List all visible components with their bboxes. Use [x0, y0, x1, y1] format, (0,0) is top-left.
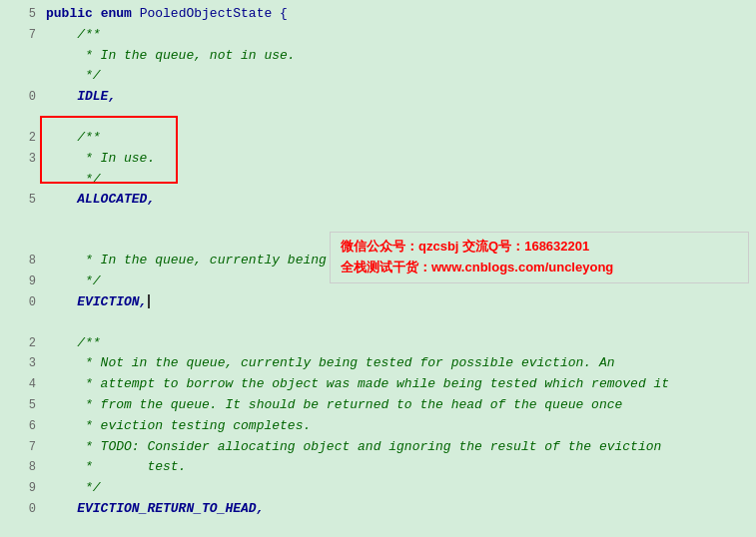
code-line: 0 IDLE,	[0, 87, 756, 108]
line-number: 8	[8, 458, 36, 477]
code-line	[0, 211, 756, 231]
code-content: IDLE,	[46, 87, 116, 108]
line-number: 7	[8, 438, 36, 457]
code-line: 7 * TODO: Consider allocating object and…	[0, 437, 756, 458]
code-content: ALLOCATED,	[46, 190, 155, 211]
code-line: 4 * attempt to borrow the object was mad…	[0, 374, 756, 395]
code-line: 0 EVICTION_RETURN_TO_HEAD,	[0, 499, 756, 520]
line-number: 5	[8, 396, 36, 415]
code-content: * attempt to borrow the object was made …	[46, 374, 669, 395]
code-line: 5 * from the queue. It should be returne…	[0, 395, 756, 416]
line-number: 9	[8, 479, 36, 498]
code-content: /**	[46, 25, 101, 46]
line-number: 6	[8, 417, 36, 436]
code-line: 2 /**	[0, 128, 756, 149]
code-content: /**	[46, 333, 101, 354]
code-editor: 5 public enum PooledObjectState { 7 /** …	[0, 0, 756, 537]
code-content: * In use.	[46, 149, 155, 170]
line-number: 9	[8, 272, 36, 291]
code-line: 3 * Not in the queue, currently being te…	[0, 353, 756, 374]
code-line: 3 * In use.	[0, 149, 756, 170]
line-number: 3	[8, 354, 36, 373]
line-number: 2	[8, 129, 36, 148]
code-line: * In the queue, not in use.	[0, 46, 756, 67]
code-line: */	[0, 170, 756, 191]
line-number: 4	[8, 375, 36, 394]
line-number: 5	[8, 5, 36, 24]
code-line: 0 EVICTION,	[0, 292, 756, 313]
code-line: 2 /**	[0, 333, 756, 354]
line-number: 7	[8, 26, 36, 45]
line-number: 8	[8, 252, 36, 270]
code-content: * eviction testing completes.	[46, 416, 311, 437]
code-content: */	[46, 271, 101, 292]
code-line	[0, 520, 756, 537]
code-content: * test.	[46, 457, 186, 478]
code-content: */	[46, 170, 101, 191]
line-number: 5	[8, 191, 36, 210]
line-number: 3	[8, 150, 36, 169]
code-content: * In the queue, not in use.	[46, 46, 296, 67]
watermark-overlay: 微信公众号：qzcsbj 交流Q号：168632201 全栈测试干货：www.c…	[330, 232, 749, 283]
code-content: EVICTION,	[46, 292, 150, 313]
line-number: 0	[8, 88, 36, 107]
code-line: 5 ALLOCATED,	[0, 190, 756, 211]
watermark-line2: 全栈测试干货：www.cnblogs.com/uncleyong	[341, 258, 738, 278]
code-line	[0, 313, 756, 333]
code-content: */	[46, 66, 101, 87]
code-line: 8 * test.	[0, 457, 756, 478]
code-content: public enum PooledObjectState {	[46, 4, 288, 25]
code-content: * Not in the queue, currently being test…	[46, 353, 615, 374]
code-line: 7 /**	[0, 25, 756, 46]
code-line: 5 public enum PooledObjectState {	[0, 4, 756, 25]
line-number: 2	[8, 334, 36, 353]
line-number: 0	[8, 293, 36, 312]
code-content: * from the queue. It should be returned …	[46, 395, 622, 416]
code-line: 9 */	[0, 478, 756, 499]
code-line: */	[0, 66, 756, 87]
watermark-line1: 微信公众号：qzcsbj 交流Q号：168632201	[341, 237, 738, 258]
code-content: */	[46, 478, 101, 499]
code-line	[0, 108, 756, 128]
code-content: EVICTION_RETURN_TO_HEAD,	[46, 499, 264, 520]
line-number: 0	[8, 500, 36, 519]
code-line: 6 * eviction testing completes.	[0, 416, 756, 437]
code-content: * TODO: Consider allocating object and i…	[46, 437, 661, 458]
code-content: /**	[46, 128, 101, 149]
